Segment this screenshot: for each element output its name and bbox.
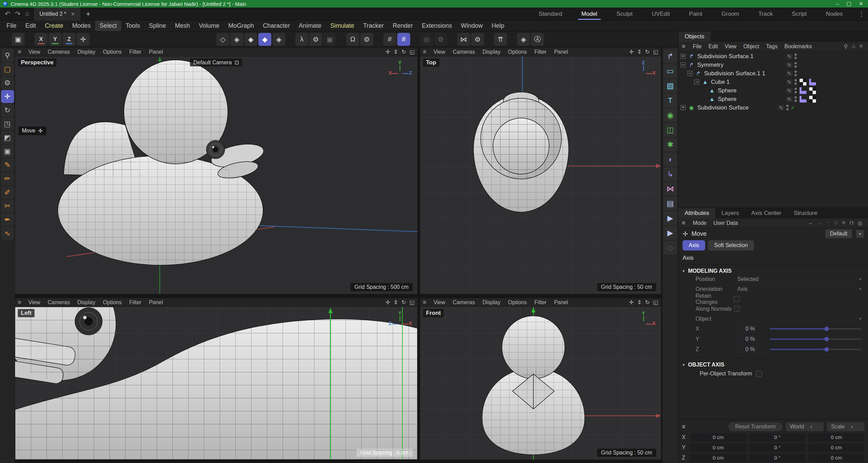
viewport-splitter-vertical[interactable] — [417, 48, 420, 463]
tree-row[interactable]: + ↱ Subdivision Surface.1 ✎ — [678, 52, 868, 61]
axis-percent-field[interactable]: 0 % — [734, 345, 766, 353]
expander[interactable]: − — [687, 71, 692, 76]
spline-smooth-tool-icon[interactable]: ∿ — [1, 227, 14, 240]
menu-help[interactable]: Help — [487, 21, 509, 31]
axis-slider[interactable] — [770, 349, 861, 350]
pan-view-icon[interactable]: ✛ — [629, 299, 634, 306]
auto-mode-icon[interactable]: Ⓐ — [531, 33, 544, 46]
objects-menu-tags[interactable]: Tags — [763, 43, 781, 50]
tab-objects[interactable]: Objects — [678, 31, 711, 42]
object-tag-icon[interactable] — [809, 87, 816, 94]
back-icon[interactable]: ← — [806, 220, 815, 226]
redo-icon[interactable]: ↷ — [15, 10, 21, 18]
layout-tab-nodes[interactable]: Nodes — [817, 8, 852, 21]
viewport-menu-cameras[interactable]: Cameras — [449, 48, 479, 56]
viewport-menu-display[interactable]: Display — [479, 299, 504, 306]
toggle-panel-icon[interactable]: ◱ — [653, 299, 658, 306]
spline-pen-tool-icon[interactable]: ✎ — [1, 158, 14, 171]
menu-spline[interactable]: Spline — [144, 21, 170, 31]
maximize-button[interactable]: ▢ — [846, 1, 851, 7]
object-tag-icon[interactable] — [809, 96, 816, 103]
edit-toggle-icon[interactable]: ✎ — [786, 88, 792, 93]
asset-drawer-icon[interactable]: ▣ — [12, 33, 25, 46]
tree-row[interactable]: − ↱ Subdivision Surface.1 1 ✎ — [678, 69, 868, 78]
menu-file[interactable]: File — [2, 21, 21, 31]
tree-row[interactable]: − ↱ Symmetry ✎ — [678, 61, 868, 69]
menu-select[interactable]: Select — [95, 21, 121, 31]
layout-tab-sculpt[interactable]: Sculpt — [608, 8, 642, 21]
layout-more-menu[interactable]: ⋮ — [855, 10, 868, 18]
toggle-panel-icon[interactable]: ◱ — [410, 299, 415, 306]
symmetry-settings-icon[interactable]: ⚙ — [471, 33, 484, 46]
scale-field[interactable]: 0 cm — [808, 433, 865, 441]
tree-row[interactable]: − ▲ Cube 1 ✎ — [678, 78, 868, 86]
toggle-panel-icon[interactable]: ◱ — [653, 49, 658, 55]
viewport-menu-cameras[interactable]: Cameras — [44, 299, 74, 306]
attributes-menu-mode[interactable]: Mode — [689, 219, 710, 227]
menu-volume[interactable]: Volume — [194, 21, 224, 31]
viewport-burger-icon[interactable]: ≡ — [423, 49, 426, 55]
viewport-left[interactable]: ≡ ViewCamerasDisplayOptionsFilterPanel ✛… — [15, 298, 417, 460]
sketch-tool-icon[interactable]: ✏ — [1, 172, 14, 185]
menu-window[interactable]: Window — [456, 21, 487, 31]
search-icon[interactable]: ⚲ — [842, 43, 850, 50]
scale-field[interactable]: 0 cm — [808, 454, 865, 462]
tab-attributes[interactable]: Attributes — [678, 208, 715, 218]
fields-icon[interactable]: ✱ — [663, 138, 677, 152]
camera-icon[interactable]: ▤ — [663, 197, 677, 210]
viewport-top[interactable]: ≡ ViewCamerasDisplayOptionsFilterPanel ✛… — [420, 48, 661, 294]
collapse-caret-icon[interactable]: ▾ — [683, 362, 685, 367]
spline-primitive-icon[interactable]: ▭ — [663, 64, 677, 78]
text-object-icon[interactable]: T — [663, 94, 677, 107]
collapse-caret-icon[interactable]: ▾ — [683, 269, 685, 273]
top-canvas[interactable] — [420, 56, 661, 294]
axis-slider[interactable] — [770, 328, 861, 330]
attributes-burger-icon[interactable]: ≡ — [682, 220, 685, 227]
axis-percent-field[interactable]: 0 % — [734, 335, 766, 343]
attributes-menu-user-data[interactable]: User Data — [710, 219, 741, 227]
quantize-icon[interactable]: # — [383, 33, 396, 46]
layout-tab-script[interactable]: Script — [783, 8, 815, 21]
quantize-lock-icon[interactable]: # — [397, 33, 410, 46]
menu-edit[interactable]: Edit — [21, 21, 40, 31]
edit-toggle-icon[interactable]: ✎ — [786, 62, 792, 68]
viewport-burger-icon[interactable]: ≡ — [18, 299, 21, 306]
viewport-menu-view[interactable]: View — [430, 299, 449, 306]
dolly-view-icon[interactable]: ⇕ — [637, 49, 642, 55]
dolly-view-icon[interactable]: ⇕ — [393, 299, 398, 306]
modify-axis-icon[interactable]: ↳ — [663, 167, 677, 181]
rectangle-select-tool-icon[interactable]: ▢ — [1, 63, 14, 76]
x-axis-lock-icon[interactable]: X — [35, 33, 48, 46]
toggle-panel-icon[interactable]: ◱ — [410, 49, 415, 55]
motion-camera-icon[interactable]: ▶ — [663, 211, 677, 225]
deformer-icon[interactable]: ◗ — [663, 153, 677, 166]
visibility-dots[interactable] — [794, 96, 797, 102]
left-canvas[interactable] — [15, 307, 417, 460]
rotate-view-icon[interactable]: ↻ — [645, 299, 649, 306]
layout-tab-uvedit[interactable]: UVEdit — [643, 8, 679, 21]
workplane-icon[interactable]: λ — [295, 33, 308, 46]
viewport-front[interactable]: ≡ ViewCamerasDisplayOptionsFilterPanel ✛… — [420, 298, 661, 460]
visibility-dots[interactable] — [794, 79, 797, 85]
workplane-axis-icon[interactable]: ↱ — [663, 50, 677, 63]
move-tool-icon[interactable]: ✛ — [1, 90, 14, 103]
objects-menu-file[interactable]: File — [689, 43, 705, 50]
isoline-editing-icon[interactable]: ◈ — [517, 33, 530, 46]
transform-tool-icon[interactable]: ◩ — [1, 131, 14, 144]
lock-icon[interactable]: ⊓ — [847, 220, 856, 226]
object-tag-icon[interactable] — [800, 96, 806, 103]
preset-caret-icon[interactable]: ▾ — [856, 230, 864, 238]
viewport-menu-panel[interactable]: Panel — [550, 48, 572, 56]
modeling-axis-section[interactable]: ▾ MODELING AXIS — [683, 268, 864, 274]
viewport-menu-options[interactable]: Options — [99, 299, 126, 306]
edit-toggle-icon[interactable]: ✎ — [786, 71, 792, 76]
layout-tab-model[interactable]: Model — [572, 8, 606, 21]
viewport-menu-cameras[interactable]: Cameras — [44, 48, 74, 56]
scale-field[interactable]: 0 cm — [808, 443, 865, 452]
multi-move-tool-icon[interactable]: ▣ — [1, 145, 14, 158]
expander[interactable]: − — [681, 62, 686, 67]
dolly-view-icon[interactable]: ⇕ — [637, 299, 642, 306]
knife-tool-icon[interactable]: ✂ — [1, 200, 14, 213]
falloff-settings-icon[interactable]: ⚙ — [434, 33, 447, 46]
visibility-dots[interactable] — [794, 88, 797, 93]
